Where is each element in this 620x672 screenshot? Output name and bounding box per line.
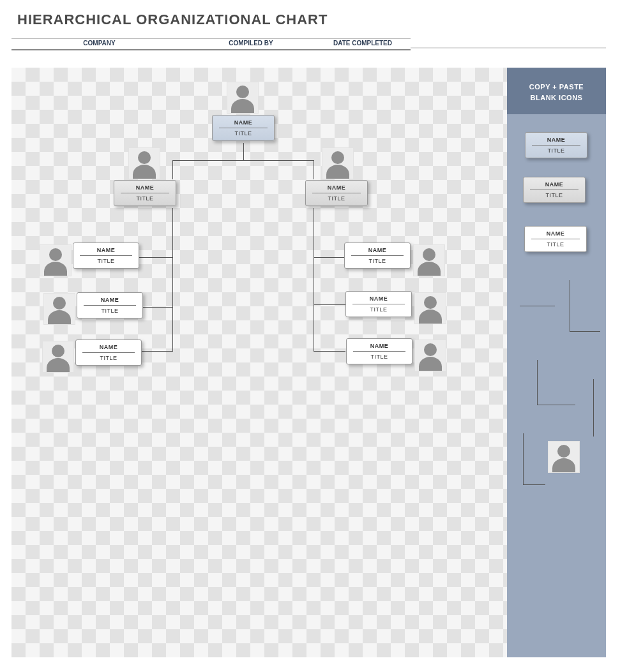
connector-line	[172, 208, 173, 352]
card-title: TITLE	[213, 128, 274, 140]
connector-line	[172, 160, 173, 179]
right-manager-card[interactable]: NAME TITLE	[305, 180, 368, 206]
meta-compiled-by-label: COMPILED BY	[187, 39, 315, 47]
card-title: TITLE	[345, 256, 410, 268]
card-title: TITLE	[524, 190, 585, 202]
card-title: TITLE	[525, 146, 587, 158]
meta-row-tail	[411, 47, 606, 49]
sidebar-heading: COPY + PASTE BLANK ICONS	[507, 68, 606, 114]
connector-line	[314, 351, 345, 352]
connector-line	[139, 351, 172, 352]
avatar-icon	[40, 244, 72, 276]
card-title: TITLE	[525, 239, 586, 251]
right-child-card[interactable]: NAME TITLE	[346, 338, 412, 364]
avatar-icon	[43, 293, 75, 325]
connector-line	[243, 143, 244, 160]
left-child-card[interactable]: NAME TITLE	[75, 340, 142, 366]
card-name: NAME	[306, 181, 367, 193]
connector-line	[139, 307, 172, 308]
template-gray-card[interactable]: NAME TITLE	[523, 177, 586, 203]
card-title: TITLE	[77, 306, 142, 318]
connector-line	[314, 160, 314, 179]
card-name: NAME	[77, 293, 142, 305]
card-name: NAME	[347, 339, 412, 351]
avatar-icon	[42, 341, 74, 373]
card-name: NAME	[76, 340, 141, 352]
avatar-icon	[128, 147, 160, 179]
card-name: NAME	[346, 292, 411, 304]
avatar-icon	[322, 147, 354, 179]
sidebar-heading-line2: BLANK ICONS	[531, 94, 583, 101]
template-connector-shape[interactable]	[520, 280, 593, 331]
card-name: NAME	[345, 243, 410, 255]
sidebar: COPY + PASTE BLANK ICONS NAME TITLE NAME…	[507, 68, 606, 657]
right-child-card[interactable]: NAME TITLE	[345, 291, 412, 317]
card-name: NAME	[524, 177, 585, 190]
card-title: TITLE	[306, 193, 367, 205]
card-name: NAME	[73, 243, 139, 255]
card-title: TITLE	[346, 304, 411, 317]
meta-date-completed-label: DATE COMPLETED	[315, 39, 411, 47]
connector-line	[139, 257, 172, 258]
avatar-icon	[414, 292, 446, 324]
avatar-icon	[414, 340, 446, 371]
connector-line	[314, 304, 345, 305]
sidebar-heading-line1: COPY + PASTE	[529, 83, 584, 91]
card-name: NAME	[213, 116, 274, 128]
meta-row: COMPANY COMPILED BY DATE COMPLETED	[11, 38, 411, 50]
connector-line	[314, 208, 314, 352]
avatar-icon	[227, 82, 259, 114]
template-avatar-icon[interactable]	[548, 441, 580, 473]
connector-line	[314, 257, 345, 258]
card-name: NAME	[114, 181, 176, 193]
avatar-icon	[413, 244, 445, 276]
card-title: TITLE	[347, 352, 412, 364]
card-title: TITLE	[114, 193, 176, 205]
template-blue-card[interactable]: NAME TITLE	[525, 132, 587, 158]
card-name: NAME	[525, 133, 587, 145]
right-child-card[interactable]: NAME TITLE	[344, 243, 411, 269]
card-title: TITLE	[73, 256, 139, 268]
root-card[interactable]: NAME TITLE	[212, 115, 275, 141]
meta-company-label: COMPANY	[11, 39, 187, 47]
template-white-card[interactable]: NAME TITLE	[524, 226, 587, 252]
left-child-card[interactable]: NAME TITLE	[73, 243, 139, 269]
left-child-card[interactable]: NAME TITLE	[77, 292, 143, 318]
left-manager-card[interactable]: NAME TITLE	[114, 180, 176, 206]
card-title: TITLE	[76, 353, 141, 365]
connector-line	[172, 160, 314, 161]
org-chart-canvas[interactable]: NAME TITLE NAME TITLE NAME TITLE	[11, 68, 507, 657]
page-title: HIERARCHICAL ORGANIZATIONAL CHART	[17, 11, 328, 28]
template-connector-shape[interactable]	[520, 433, 545, 484]
template-connector-shape[interactable]	[529, 360, 600, 411]
card-name: NAME	[525, 227, 586, 239]
